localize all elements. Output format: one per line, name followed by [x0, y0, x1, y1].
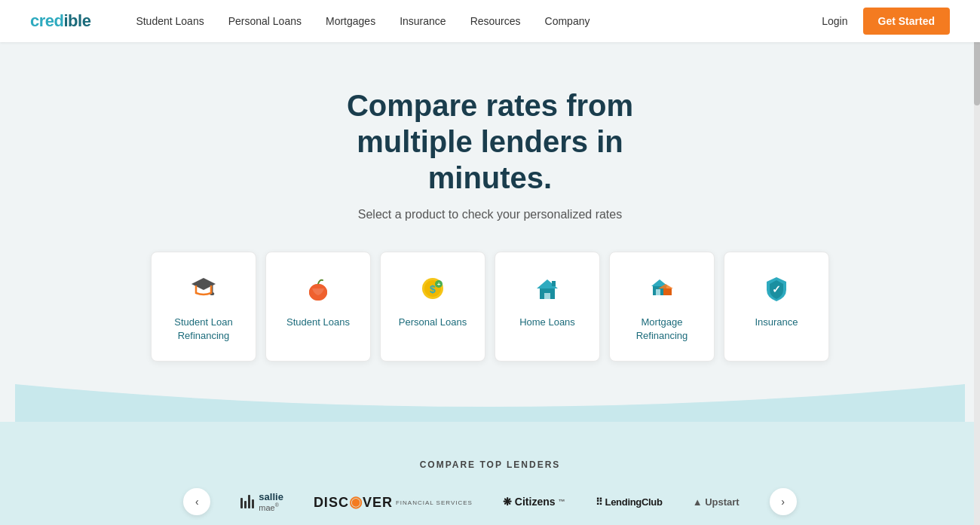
upstart-logo: ▲ Upstart — [693, 496, 740, 508]
logo[interactable]: credible — [30, 11, 90, 31]
svg-text:$: $ — [430, 283, 436, 295]
svg-text:✓: ✓ — [772, 283, 781, 295]
login-button[interactable]: Login — [822, 15, 847, 27]
product-label-student-loans: Student Loans — [286, 316, 350, 329]
shield-icon: ✓ — [758, 270, 795, 307]
svg-rect-16 — [656, 289, 660, 295]
apple-icon — [300, 270, 336, 307]
next-lender-button[interactable]: › — [770, 488, 797, 515]
citizens-logo: ❋ Citizens™ — [503, 496, 565, 508]
svg-rect-12 — [544, 293, 550, 299]
nav-mortgages[interactable]: Mortgages — [326, 15, 375, 27]
prev-lender-button[interactable]: ‹ — [183, 488, 210, 515]
sallie-bars-icon — [240, 495, 254, 508]
lender-title: COMPARE TOP LENDERS — [30, 459, 950, 470]
nav-insurance[interactable]: Insurance — [400, 15, 446, 27]
graduation-icon — [185, 270, 222, 307]
sallie-mae-logo: sallie mae® — [240, 492, 283, 512]
product-label-student-loan-refi: Student Loan Refinancing — [164, 316, 243, 343]
nav-resources[interactable]: Resources — [470, 15, 521, 27]
product-card-home-loans[interactable]: Home Loans — [495, 252, 600, 362]
nav-student-loans[interactable]: Student Loans — [136, 15, 204, 27]
lending-club-logo: ⠿ LendingClub — [596, 496, 663, 508]
nav-links: Student Loans Personal Loans Mortgages I… — [136, 15, 822, 27]
product-card-insurance[interactable]: ✓ Insurance — [724, 252, 829, 362]
discover-logo: DISC◉VER FINANCIAL SERVICES — [314, 493, 473, 511]
svg-text:+: + — [437, 281, 441, 288]
lender-inner: COMPARE TOP LENDERS ‹ sallie mae® DISC◉V… — [0, 452, 980, 525]
house-refi-icon — [644, 270, 680, 307]
hero-subheadline: Select a product to check your personali… — [15, 208, 965, 221]
product-label-home-loans: Home Loans — [519, 316, 575, 329]
product-card-student-loans[interactable]: Student Loans — [265, 252, 371, 362]
lender-logos: ‹ sallie mae® DISC◉VER FINANCIAL SERVICE… — [30, 488, 950, 525]
navbar: credible Student Loans Personal Loans Mo… — [0, 0, 980, 42]
money-icon: $ + — [415, 270, 451, 307]
svg-rect-18 — [663, 288, 672, 295]
nav-company[interactable]: Company — [545, 15, 590, 27]
lender-section: COMPARE TOP LENDERS ‹ sallie mae® DISC◉V… — [0, 422, 980, 525]
product-card-student-loan-refi[interactable]: Student Loan Refinancing — [151, 252, 256, 362]
product-label-insurance: Insurance — [755, 316, 798, 329]
product-cards: Student Loan Refinancing Student Loans — [15, 252, 965, 362]
product-card-personal-loans[interactable]: $ + Personal Loans — [380, 252, 485, 362]
hero-headline: Compare rates from multiple lenders in m… — [294, 87, 686, 196]
svg-rect-13 — [552, 281, 556, 286]
product-card-mortgage-refi[interactable]: Mortgage Refinancing — [609, 252, 715, 362]
hero-section: Compare rates from multiple lenders in m… — [0, 42, 980, 422]
product-label-personal-loans: Personal Loans — [399, 316, 467, 329]
scrollbar[interactable] — [974, 0, 980, 525]
product-label-mortgage-refi: Mortgage Refinancing — [622, 316, 702, 343]
nav-personal-loans[interactable]: Personal Loans — [228, 15, 302, 27]
get-started-button[interactable]: Get Started — [863, 8, 950, 35]
house-icon — [529, 270, 565, 307]
nav-actions: Login Get Started — [822, 8, 950, 35]
